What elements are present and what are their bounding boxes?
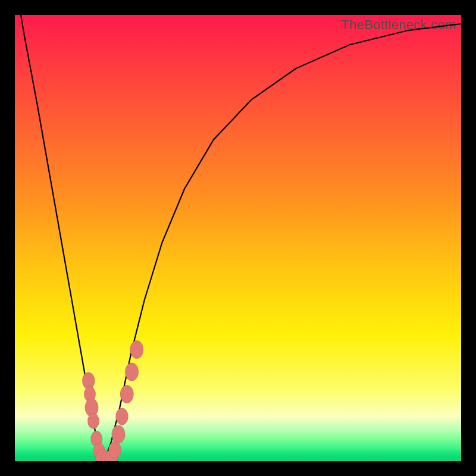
data-marker: [130, 340, 144, 358]
data-marker: [125, 363, 139, 381]
data-marker: [120, 385, 134, 403]
curve-layer: [15, 15, 461, 461]
plot-area: TheBottleneck.com: [15, 15, 461, 461]
data-marker: [109, 441, 121, 458]
chart-frame: TheBottleneck.com: [0, 0, 476, 476]
bottleneck-curve: [15, 15, 461, 461]
data-marker: [112, 425, 126, 443]
data-marker: [87, 413, 99, 428]
data-marker: [116, 408, 129, 425]
data-markers: [82, 340, 143, 461]
